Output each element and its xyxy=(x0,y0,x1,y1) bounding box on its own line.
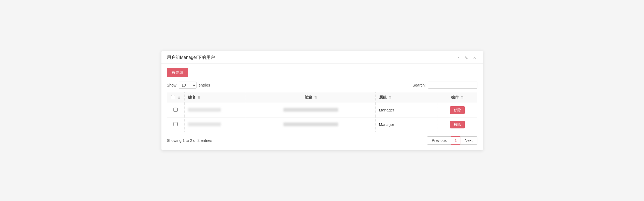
row2-checkbox-cell xyxy=(167,117,185,132)
table-row: Manager 移除 xyxy=(167,117,477,132)
search-label: Search: xyxy=(412,83,426,87)
modal-title: 用户组Manager下的用户 xyxy=(167,55,215,61)
previous-button[interactable]: Previous xyxy=(427,136,451,145)
row1-name-blurred xyxy=(188,108,221,112)
row1-name-cell xyxy=(184,103,246,117)
modal-controls: ∧ ✎ ✕ xyxy=(456,55,477,61)
sort-icon-action[interactable]: ⇅ xyxy=(461,96,464,99)
row1-action-cell: 移除 xyxy=(437,103,477,117)
table-row: Manager 移除 xyxy=(167,103,477,117)
show-label: Show xyxy=(167,83,176,87)
tool-icon[interactable]: ✎ xyxy=(464,55,469,61)
search-input[interactable] xyxy=(428,82,477,89)
entries-label: entries xyxy=(199,83,210,87)
row2-email-cell xyxy=(246,117,375,132)
col-header-group: 属组 ⇅ xyxy=(375,92,437,103)
show-entries-row: Show 10 25 50 100 entries Search: xyxy=(167,82,477,89)
users-table: ⇅ 姓名 ⇅ 邮箱 ⇅ 属组 ⇅ 操作 xyxy=(167,92,477,132)
footer-row: Showing 1 to 2 of 2 entries Previous 1 N… xyxy=(167,136,477,145)
row1-email-blurred xyxy=(283,108,338,112)
row2-email-blurred xyxy=(283,122,338,126)
show-entries-left: Show 10 25 50 100 entries xyxy=(167,82,210,89)
row1-checkbox[interactable] xyxy=(173,108,178,112)
table-header-row: ⇅ 姓名 ⇅ 邮箱 ⇅ 属组 ⇅ 操作 xyxy=(167,92,477,103)
sort-icon-checkbox: ⇅ xyxy=(177,96,180,100)
col-header-email: 邮箱 ⇅ xyxy=(246,92,375,103)
row2-action-cell: 移除 xyxy=(437,117,477,132)
next-button[interactable]: Next xyxy=(460,136,477,145)
pagination: Previous 1 Next xyxy=(427,136,477,145)
close-icon[interactable]: ✕ xyxy=(472,55,477,61)
row2-name-cell xyxy=(184,117,246,132)
row1-remove-button[interactable]: 移除 xyxy=(450,106,465,114)
col-header-name: 姓名 ⇅ xyxy=(184,92,246,103)
modal-body: 移除组 Show 10 25 50 100 entries Search: xyxy=(161,64,483,150)
showing-text: Showing 1 to 2 of 2 entries xyxy=(167,138,212,143)
row1-checkbox-cell xyxy=(167,103,185,117)
remove-group-button[interactable]: 移除组 xyxy=(167,68,188,77)
entries-select[interactable]: 10 25 50 100 xyxy=(179,82,196,89)
row2-name-blurred xyxy=(188,122,221,126)
col-header-checkbox: ⇅ xyxy=(167,92,185,103)
sort-icon-email[interactable]: ⇅ xyxy=(314,96,317,99)
row1-email-cell xyxy=(246,103,375,117)
modal-header: 用户组Manager下的用户 ∧ ✎ ✕ xyxy=(161,51,483,64)
search-row: Search: xyxy=(412,82,477,89)
expand-icon[interactable]: ∧ xyxy=(456,55,461,61)
row2-group-cell: Manager xyxy=(375,117,437,132)
toolbar-row: 移除组 xyxy=(167,68,477,77)
sort-icon-group[interactable]: ⇅ xyxy=(389,96,392,99)
col-header-action: 操作 ⇅ xyxy=(437,92,477,103)
row2-checkbox[interactable] xyxy=(173,122,178,126)
modal-container: 用户组Manager下的用户 ∧ ✎ ✕ 移除组 Show 10 25 50 1… xyxy=(161,51,483,150)
row2-remove-button[interactable]: 移除 xyxy=(450,121,465,128)
select-all-checkbox[interactable] xyxy=(171,95,175,99)
page-1-button[interactable]: 1 xyxy=(451,136,460,145)
sort-icon-name[interactable]: ⇅ xyxy=(198,96,200,99)
row1-group-cell: Manager xyxy=(375,103,437,117)
